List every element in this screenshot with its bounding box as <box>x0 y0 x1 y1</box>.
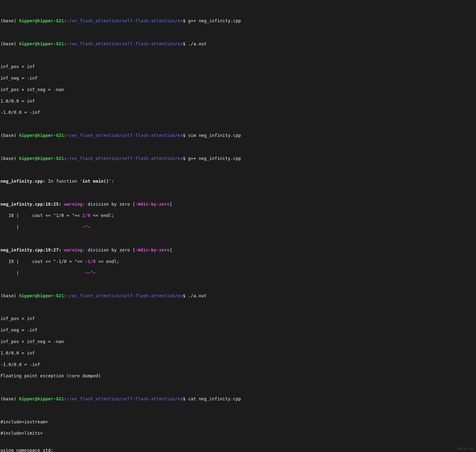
cwd-path: ~/ex_flash_attention/self-flash-attentio… <box>67 293 183 298</box>
output-line: inf_pos = inf <box>0 64 476 70</box>
snippet-pre: 18 | cout << "1/0 = "<< <box>0 213 83 218</box>
env-tag: (base) <box>0 18 19 23</box>
cwd-path: ~/ex_flash_attention/self-flash-attentio… <box>67 133 183 138</box>
prompt-line: (base) hipper@hipper-G21:~/ex_flash_atte… <box>0 41 476 47</box>
warning-label: warning: <box>64 202 88 207</box>
output-line: -1.0/0.0 = -inf <box>0 110 476 115</box>
compiler-function: int main() <box>83 179 109 184</box>
output-line: 1.0/0.0 = inf <box>0 350 476 356</box>
dollar: $ <box>183 156 188 161</box>
compiler-text: In function ' <box>45 179 82 184</box>
colon: : <box>64 156 67 161</box>
warning-label: warning: <box>64 248 88 252</box>
colon: : <box>64 41 67 46</box>
caret-marks: ~~^~ <box>85 270 95 275</box>
compiler-warning: neg_infinity.cpp:18:25: warning: divisio… <box>0 202 476 207</box>
source-line: #include<limits> <box>0 430 476 436</box>
warning-flag: -Wdiv-by-zero <box>135 202 169 207</box>
compiler-snippet: 18 | cout << "1/0 = "<< 1/0 << endl; <box>0 213 476 218</box>
prompt-line: (base) hipper@hipper-G21:~/ex_flash_atte… <box>0 133 476 138</box>
cwd-path: ~/ex_flash_attention/self-flash-attentio… <box>67 18 183 23</box>
user-host: hipper@hipper-G21 <box>19 133 64 138</box>
command: ./a.out <box>188 293 207 298</box>
cwd-path: ~/ex_flash_attention/self-flash-attentio… <box>67 156 183 161</box>
warning-msg: division by zero [ <box>88 202 135 207</box>
env-tag: (base) <box>0 133 19 138</box>
compiler-file: neg_infinity.cpp: <box>0 179 45 184</box>
warning-flag: -Wdiv-by-zero <box>135 248 169 252</box>
user-host: hipper@hipper-G21 <box>19 293 64 298</box>
colon: : <box>64 396 67 401</box>
user-host: hipper@hipper-G21 <box>19 41 64 46</box>
user-host: hipper@hipper-G21 <box>19 396 64 401</box>
env-tag: (base) <box>0 293 19 298</box>
output-line: inf_neg = -inf <box>0 75 476 81</box>
warning-msg: ] <box>170 202 172 207</box>
dollar: $ <box>183 133 188 138</box>
snippet-post: << endl; <box>90 213 114 218</box>
caret-marks: ~^~ <box>83 225 90 229</box>
output-line: -1.0/0.0 = -inf <box>0 362 476 368</box>
snippet-post: << endl; <box>96 259 119 264</box>
compiler-loc: neg_infinity.cpp:18:25: <box>0 202 64 207</box>
dollar: $ <box>183 396 188 401</box>
env-tag: (base) <box>0 156 19 161</box>
compiler-warning: neg_infinity.cpp:19:27: warning: divisio… <box>0 247 476 253</box>
colon: : <box>64 133 67 138</box>
output-line: 1.0/0.0 = inf <box>0 98 476 104</box>
dollar: $ <box>183 18 188 23</box>
output-line: inf_pos + inf_neg = -nan <box>0 87 476 93</box>
prompt-line: (base) hipper@hipper-G21:~/ex_flash_atte… <box>0 396 476 402</box>
user-host: hipper@hipper-G21 <box>19 18 64 23</box>
compiler-loc: neg_infinity.cpp:19:27: <box>0 248 64 252</box>
warning-msg: division by zero [ <box>88 248 135 252</box>
output-line: inf_neg = -inf <box>0 327 476 333</box>
snippet-pre: 19 | cout << "-1/0 = "<< <box>0 259 85 264</box>
env-tag: (base) <box>0 41 19 46</box>
cwd-path: ~/ex_flash_attention/self-flash-attentio… <box>67 41 183 46</box>
compiler-text: ': <box>109 179 114 184</box>
output-line: inf_pos = inf <box>0 316 476 321</box>
compiler-caret: | ~~^~ <box>0 270 476 276</box>
compiler-snippet: 19 | cout << "-1/0 = "<< -1/0 << endl; <box>0 259 476 264</box>
prompt-line: (base) hipper@hipper-G21:~/ex_flash_atte… <box>0 18 476 24</box>
prompt-line: (base) hipper@hipper-G21:~/ex_flash_atte… <box>0 156 476 161</box>
source-line: #include<iostream> <box>0 419 476 425</box>
source-line: using namespace std; <box>0 448 476 452</box>
colon: : <box>64 293 67 298</box>
command: g++ neg_infinity.cpp <box>188 156 241 161</box>
terminal[interactable]: (base) hipper@hipper-G21:~/ex_flash_atte… <box>0 0 476 452</box>
watermark: CSDN @Eloudy <box>456 447 474 451</box>
command: cat neg_infinity.cpp <box>188 396 241 401</box>
env-tag: (base) <box>0 396 19 401</box>
snippet-highlight: 1/0 <box>83 213 90 218</box>
dollar: $ <box>183 41 188 46</box>
caret-pipe: | <box>0 270 85 275</box>
compiler-header: neg_infinity.cpp: In function 'int main(… <box>0 178 476 184</box>
output-line: inf_pos + inf_neg = -nan <box>0 339 476 345</box>
command: ./a.out <box>188 41 207 46</box>
prompt-line: (base) hipper@hipper-G21:~/ex_flash_atte… <box>0 293 476 299</box>
warning-msg: ] <box>170 248 172 252</box>
snippet-highlight: -1/0 <box>85 259 95 264</box>
cwd-path: ~/ex_flash_attention/self-flash-attentio… <box>67 396 183 401</box>
command: vim neg_infinity.cpp <box>188 133 241 138</box>
colon: : <box>64 18 67 23</box>
output-line: Floating point exception (core dumped) <box>0 373 476 379</box>
command: g++ neg_infinity.cpp <box>188 18 241 23</box>
user-host: hipper@hipper-G21 <box>19 156 64 161</box>
caret-pipe: | <box>0 225 83 229</box>
compiler-caret: | ~^~ <box>0 224 476 230</box>
dollar: $ <box>183 293 188 298</box>
